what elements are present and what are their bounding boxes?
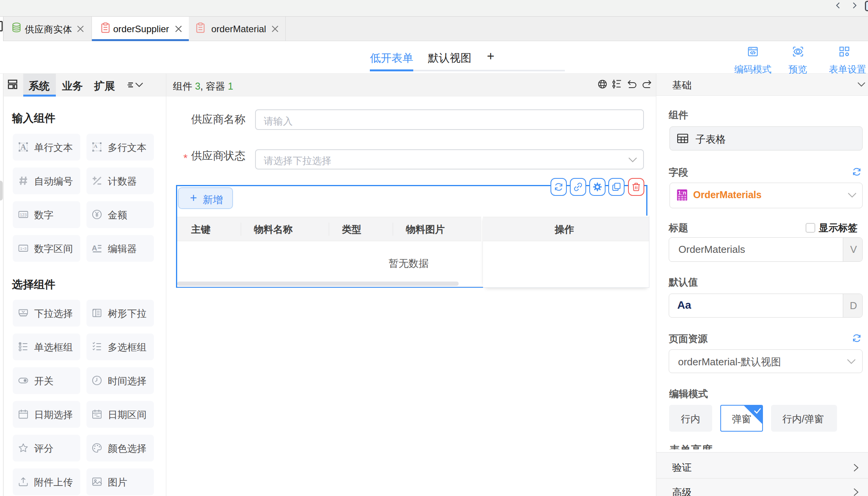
svg-text:A: A <box>94 143 98 149</box>
svg-text:A: A <box>21 143 26 151</box>
svg-text:1~3: 1~3 <box>20 246 26 251</box>
svg-text:1:n: 1:n <box>678 190 686 196</box>
svg-text:A: A <box>92 244 97 252</box>
svg-text:123: 123 <box>20 213 27 217</box>
